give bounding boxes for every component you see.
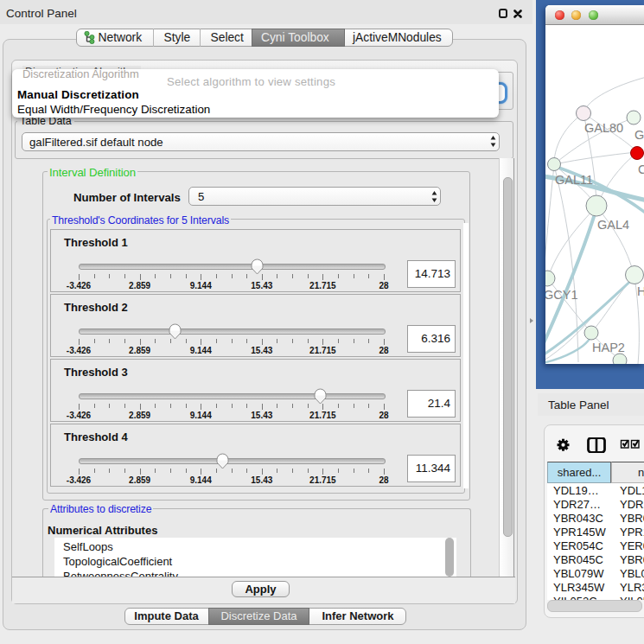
svg-text:H: H <box>637 284 644 298</box>
svg-text:C: C <box>638 163 644 176</box>
svg-text:G.: G. <box>634 128 644 142</box>
svg-text:GCY1: GCY1 <box>545 288 578 302</box>
svg-text:HAP2: HAP2 <box>592 341 625 354</box>
svg-text:GAL11: GAL11 <box>555 173 593 187</box>
svg-text:GAL4: GAL4 <box>597 218 629 232</box>
svg-text:GAL80: GAL80 <box>584 121 623 135</box>
